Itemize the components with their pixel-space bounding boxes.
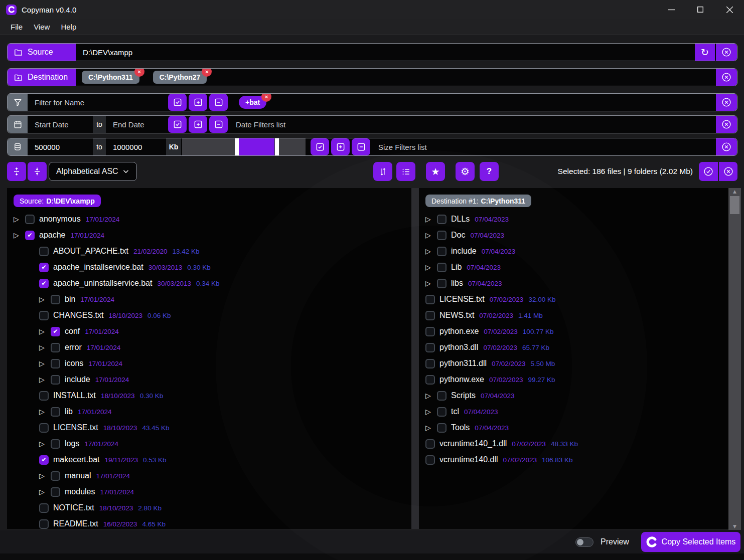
name-filter-input[interactable]	[28, 94, 166, 111]
row-checkbox[interactable]	[25, 215, 35, 224]
tree-row[interactable]: ▷Scripts07/04/2023	[419, 388, 728, 404]
tree-row[interactable]: ▷error17/01/2024	[7, 339, 411, 355]
expand-all-button[interactable]	[7, 162, 26, 181]
row-checkbox[interactable]	[437, 391, 447, 401]
tree-row[interactable]: NEWS.txt07/02/20231.41 Mb	[419, 307, 728, 323]
tree-row[interactable]: apache_installservice.bat30/03/20130.30 …	[7, 259, 411, 275]
tree-row[interactable]: ▷anonymous17/01/2024	[7, 211, 411, 227]
caret-expand-icon[interactable]: ▷	[425, 280, 434, 287]
maximize-button[interactable]	[686, 0, 715, 19]
clear-destinations-button[interactable]	[716, 69, 737, 86]
vertical-scrollbar[interactable]: ▲ ▼	[728, 188, 741, 530]
destination-button[interactable]: Destination	[8, 69, 76, 86]
date-filter-add-button[interactable]	[189, 116, 207, 133]
source-path-input[interactable]	[76, 44, 695, 61]
row-checkbox[interactable]	[51, 295, 60, 304]
caret-expand-icon[interactable]: ▷	[39, 440, 48, 447]
caret-expand-icon[interactable]: ▷	[425, 248, 434, 255]
row-checkbox[interactable]	[437, 423, 447, 433]
row-checkbox[interactable]	[425, 343, 435, 352]
caret-expand-icon[interactable]: ▷	[425, 408, 434, 415]
list-view-button[interactable]	[396, 162, 415, 181]
scrollbar-thumb[interactable]	[730, 196, 739, 214]
size-range-slider[interactable]	[182, 138, 306, 155]
tree-row[interactable]: README.txt16/02/20234.65 Kb	[7, 516, 411, 529]
row-checkbox[interactable]	[51, 343, 60, 352]
sort-direction-button[interactable]	[373, 162, 392, 181]
row-checkbox[interactable]	[51, 407, 60, 417]
tree-row[interactable]: ▷tcl07/04/2023	[419, 404, 728, 420]
tree-row[interactable]: ▷Doc07/04/2023	[419, 227, 728, 243]
end-date-input[interactable]	[106, 116, 166, 133]
row-checkbox[interactable]	[39, 519, 49, 529]
row-checkbox[interactable]	[39, 423, 49, 433]
minimize-button[interactable]	[657, 0, 686, 19]
favorites-button[interactable]: ★	[426, 162, 445, 181]
tree-row[interactable]: vcruntime140.dll07/02/2023106.83 Kb	[419, 452, 728, 468]
collapse-all-button[interactable]	[28, 162, 47, 181]
row-checkbox[interactable]	[51, 471, 60, 481]
tree-row[interactable]: ▷include17/01/2024	[7, 371, 411, 388]
chip-remove-icon[interactable]: ✕	[134, 68, 144, 77]
row-checkbox[interactable]	[25, 231, 35, 240]
tree-row[interactable]: vcruntime140_1.dll07/02/202348.33 Kb	[419, 436, 728, 452]
tree-row[interactable]: INSTALL.txt18/10/20230.30 Kb	[7, 388, 411, 404]
tree-row[interactable]: ▷bin17/01/2024	[7, 291, 411, 307]
row-checkbox[interactable]	[51, 359, 60, 368]
chip-remove-icon[interactable]: ✕	[202, 68, 212, 77]
name-filter-apply-button[interactable]	[168, 94, 187, 111]
row-checkbox[interactable]	[39, 455, 49, 465]
caret-expand-icon[interactable]: ▷	[425, 392, 434, 399]
copy-selected-items-button[interactable]: Copy Selected Items	[641, 532, 740, 552]
start-date-input[interactable]	[28, 116, 93, 133]
row-checkbox[interactable]	[39, 391, 49, 401]
row-checkbox[interactable]	[437, 247, 447, 256]
row-checkbox[interactable]	[437, 231, 447, 240]
caret-expand-icon[interactable]: ▷	[39, 376, 48, 383]
panel-splitter[interactable]	[411, 188, 419, 529]
row-checkbox[interactable]	[437, 407, 447, 417]
scroll-up-icon[interactable]: ▲	[733, 188, 736, 195]
row-checkbox[interactable]	[425, 295, 435, 304]
source-button[interactable]: Source	[8, 44, 76, 61]
caret-expand-icon[interactable]: ▷	[39, 488, 48, 495]
filter-chip[interactable]: +bat✕	[239, 96, 266, 109]
tree-row[interactable]: apache_uninstallservice.bat30/03/20130.3…	[7, 275, 411, 291]
row-checkbox[interactable]	[425, 375, 435, 385]
caret-expand-icon[interactable]: ▷	[39, 408, 48, 415]
caret-expand-icon[interactable]: ▷	[39, 472, 48, 479]
settings-button[interactable]: ⚙	[456, 162, 475, 181]
tree-row[interactable]: python311.dll07/02/20235.50 Mb	[419, 355, 728, 371]
size-max-input[interactable]	[106, 138, 166, 155]
row-checkbox[interactable]	[437, 263, 447, 272]
name-filter-add-button[interactable]	[189, 94, 207, 111]
clear-source-button[interactable]	[716, 44, 737, 61]
tree-row[interactable]: LICENSE.txt18/10/202343.45 Kb	[7, 420, 411, 436]
row-checkbox[interactable]	[39, 263, 49, 272]
row-checkbox[interactable]	[39, 247, 49, 256]
confirm-selection-button[interactable]	[699, 162, 718, 181]
sort-order-select[interactable]: Alphabetical ASC	[49, 162, 137, 181]
row-checkbox[interactable]	[437, 215, 447, 224]
caret-expand-icon[interactable]: ▷	[14, 216, 22, 223]
tree-row[interactable]: ▷manual17/01/2024	[7, 468, 411, 484]
clear-size-filters-button[interactable]	[716, 138, 737, 155]
tree-row[interactable]: ▷conf17/01/2024	[7, 323, 411, 339]
tree-row[interactable]: pythonw.exe07/02/202399.27 Kb	[419, 371, 728, 388]
size-filter-add-button[interactable]	[331, 138, 350, 155]
tree-row[interactable]: NOTICE.txt18/10/20232.80 Kb	[7, 500, 411, 516]
clear-date-filters-button[interactable]	[716, 116, 737, 133]
tree-row[interactable]: CHANGES.txt18/10/20230.06 Kb	[7, 307, 411, 323]
tree-row[interactable]: ▷lib17/01/2024	[7, 404, 411, 420]
filter-chip[interactable]: C:\Python27✕	[153, 71, 207, 84]
clear-name-filters-button[interactable]	[716, 94, 737, 111]
date-filter-apply-button[interactable]	[168, 116, 187, 133]
menu-help[interactable]: Help	[55, 23, 82, 31]
name-filter-remove-button[interactable]	[209, 94, 228, 111]
caret-expand-icon[interactable]: ▷	[39, 344, 48, 351]
row-checkbox[interactable]	[425, 439, 435, 449]
tree-row[interactable]: ▷icons17/01/2024	[7, 355, 411, 371]
caret-expand-icon[interactable]: ▷	[425, 216, 434, 223]
caret-expand-icon[interactable]: ▷	[39, 360, 48, 367]
tree-row[interactable]: ▷logs17/01/2024	[7, 436, 411, 452]
